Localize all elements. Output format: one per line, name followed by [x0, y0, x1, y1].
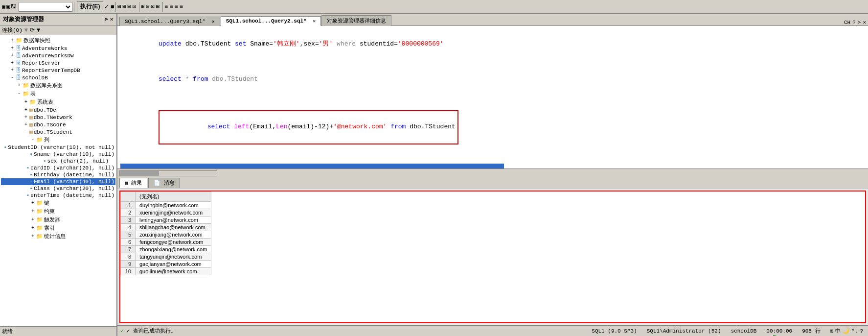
expand-dbo-tde[interactable]: +: [23, 107, 29, 113]
db-icon-reportservertempdb: 🗄: [16, 67, 21, 73]
expand-reportserver[interactable]: +: [9, 60, 16, 66]
tree-item-col-studentid[interactable]: ▪ StudentID (varchar(10), not null): [1, 144, 115, 151]
tree-container[interactable]: + 📁 数据库快照 + 🗄 AdventureWorks + 🗄 Adventu…: [0, 35, 116, 326]
tree-item-col-birthday[interactable]: ▪ Birthday (datetime, null): [1, 171, 115, 178]
expand-systables[interactable]: +: [23, 99, 29, 105]
tree-item-constraints[interactable]: + 📁 约束: [1, 207, 115, 216]
kw-update-1: update: [159, 40, 182, 48]
pin-right-icon[interactable]: ⊳: [858, 19, 861, 25]
database-selector[interactable]: schoolDB: [19, 2, 72, 12]
tree-item-col-sex[interactable]: ▪ sex (char(2), null): [1, 158, 115, 165]
tree-item-dbo-tde[interactable]: + ▦ dbo.TDe: [1, 106, 115, 114]
tree-item-triggers[interactable]: + 📁 触发器: [1, 216, 115, 224]
tree-item-tables[interactable]: - 📁 表: [1, 90, 115, 98]
expand-cols-folder[interactable]: -: [29, 137, 36, 143]
tree-item-adventureworksdw[interactable]: + 🗄 AdventureWorksDW: [1, 52, 115, 59]
expand-reportservertempdb[interactable]: +: [9, 68, 16, 73]
results-tab-icon: ▦: [125, 180, 131, 186]
close-right-icon[interactable]: ✕: [863, 19, 866, 25]
tree-item-dbdiagram[interactable]: + 📁 数据库关系图: [1, 81, 115, 90]
tree-item-col-email[interactable]: ▪ Email (varchar(40), null): [1, 178, 115, 185]
h-scrollbar-thumb[interactable]: [120, 171, 159, 176]
toolbar-icon-parse: ⊞: [117, 3, 121, 10]
expand-keys[interactable]: +: [29, 200, 36, 206]
expand-stats[interactable]: +: [29, 234, 36, 239]
connect-button[interactable]: 连接(O): [2, 26, 23, 34]
col-icon-studentid: ▪: [4, 144, 7, 150]
expand-dbo-tnetwork[interactable]: +: [23, 115, 29, 120]
execute-button[interactable]: 执行(E): [77, 1, 103, 12]
tree-item-stats[interactable]: + 📁 统计信息: [1, 232, 115, 240]
tree-item-reportservertempdb[interactable]: + 🗄 ReportServerTempDB: [1, 67, 115, 74]
main-toolbar: ▣ ▣ 🖫 schoolDB 执行(E) ✓ ◼ ⊞ ⊞ ⊟ ⊡ ⊞ ⊟ ⊡ ⊞…: [0, 0, 868, 14]
expand-dbo-tstudent[interactable]: -: [23, 129, 29, 135]
fn-len-5: Len: [276, 123, 287, 130]
row-num-cell: 10: [121, 268, 136, 275]
col-icon-class: ▪: [29, 186, 33, 192]
table-row: 8tangyunqin@network.com: [121, 253, 211, 261]
horizontal-scrollbar[interactable]: [117, 169, 868, 177]
messages-tab-icon: 📄: [154, 180, 164, 186]
tree-item-schooldb[interactable]: - 🗄 schoolDB: [1, 74, 115, 81]
tree-item-col-class[interactable]: ▪ Class (varchar(20), null): [1, 185, 115, 192]
kw-from-5: from: [390, 123, 406, 130]
tree-item-col-sname[interactable]: ▪ Sname (varchar(10), null): [1, 151, 115, 158]
expand-indexes[interactable]: +: [29, 225, 36, 231]
tree-item-indexes[interactable]: + 📁 索引: [1, 224, 115, 232]
tab-query2-close[interactable]: ✕: [313, 19, 316, 24]
row-value-cell: gaojianyan@network.com: [136, 261, 211, 268]
tree-item-systables[interactable]: + 📁 系统表: [1, 98, 115, 106]
expand-constraints[interactable]: +: [29, 209, 36, 214]
data-grid-wrapper[interactable]: (无列名) 1duyingbin@network.com2xueningjing…: [119, 191, 866, 323]
close-icon[interactable]: ✕: [110, 16, 114, 23]
expand-schooldb[interactable]: -: [9, 75, 16, 80]
filter-icon[interactable]: ▼: [37, 27, 40, 34]
grid-header-row: (无列名): [121, 192, 211, 202]
db-icon-adventureworks: 🗄: [16, 45, 21, 51]
tab-query3[interactable]: SQL1.school...Query3.sql* ✕: [119, 17, 220, 26]
expand-snapshots[interactable]: +: [9, 38, 16, 43]
sql-editor[interactable]: update dbo.TStudent set Sname='韩立刚',sex=…: [117, 26, 868, 168]
row-num-cell: 8: [121, 253, 136, 261]
tree-item-col-entertime[interactable]: ▪ enterTime (datetime, null): [1, 192, 115, 199]
tree-item-dbo-tnetwork[interactable]: + ▦ dbo.TNetwork: [1, 114, 115, 121]
fn-left-5: left: [234, 123, 249, 130]
tree-item-adventureworks[interactable]: + 🗄 AdventureWorks: [1, 45, 115, 52]
kw-where-1: where: [337, 40, 356, 48]
expand-adventureworks[interactable]: +: [9, 46, 16, 51]
tab-query3-close[interactable]: ✕: [212, 19, 215, 24]
tab-query3-label: SQL1.school...Query3.sql*: [125, 19, 206, 24]
tree-item-dbo-tscore[interactable]: + ▦ dbo.TScore: [1, 121, 115, 128]
col-icon-birthday: ▪: [29, 172, 33, 178]
results-tab-messages[interactable]: 📄 消息: [148, 178, 180, 188]
results-tab-results[interactable]: ▦ 结果: [119, 178, 147, 188]
str-1b: '男': [319, 40, 333, 48]
tree-label-indexes: 索引: [44, 224, 55, 232]
expand-adventureworksdw[interactable]: +: [9, 53, 16, 58]
tree-label-cols-folder: 列: [44, 136, 49, 144]
tree-label-stats: 统计信息: [44, 233, 66, 240]
expand-dbdiagram[interactable]: +: [16, 83, 23, 88]
expand-tables[interactable]: -: [16, 91, 23, 96]
expand-dbo-tscore[interactable]: +: [23, 122, 29, 127]
tree-item-cols-folder[interactable]: - 📁 列: [1, 136, 115, 144]
h-scrollbar-track[interactable]: [119, 170, 217, 176]
row-value-cell: xueningjing@network.com: [136, 209, 211, 216]
tree-item-col-cardid[interactable]: ▪ cardID (varchar(20), null): [1, 165, 115, 171]
str-5: '@network.com': [333, 123, 387, 130]
results-panel: ▦ 结果 📄 消息 (无列名): [117, 168, 868, 325]
refresh-icon[interactable]: ⟳: [30, 26, 35, 34]
tree-label-reportserver: ReportServer: [22, 60, 61, 66]
tree-item-snapshots[interactable]: + 📁 数据库快照: [1, 36, 115, 45]
expand-triggers[interactable]: +: [29, 217, 36, 222]
tree-item-keys[interactable]: + 📁 键: [1, 199, 115, 207]
tree-item-dbo-tstudent[interactable]: - ▦ dbo.TStudent: [1, 128, 115, 136]
sql-blank-1: [120, 59, 865, 64]
row-value-cell: shiliangchao@network.com: [136, 224, 211, 231]
col-icon-entertime: ▪: [26, 192, 30, 198]
tree-item-reportserver[interactable]: + 🗄 ReportServer: [1, 59, 115, 67]
tab-query2[interactable]: SQL1.school...Query2.sql* ✕: [221, 16, 321, 26]
help-icon[interactable]: ?: [852, 20, 856, 25]
tab-objinfo[interactable]: 对象资源管理器详细信息: [321, 15, 391, 26]
pin-icon[interactable]: ⊳: [105, 16, 108, 23]
